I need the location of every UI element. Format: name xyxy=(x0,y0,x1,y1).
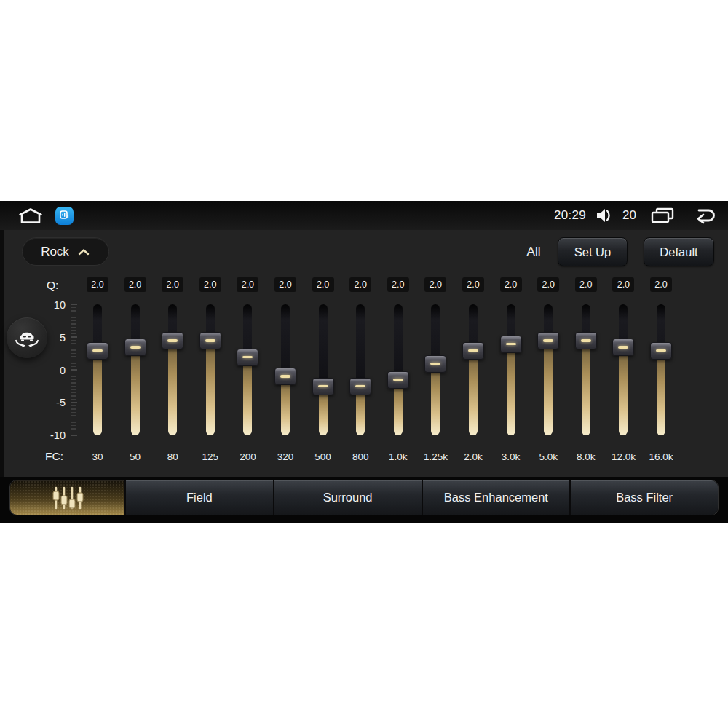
handle-dash xyxy=(318,385,328,388)
q-value-badge-320[interactable]: 2.0 xyxy=(274,277,296,292)
q-value-badge-125[interactable]: 2.0 xyxy=(199,277,221,292)
eq-band-1.25k: 2.01.25k xyxy=(416,277,454,468)
eq-slider-track-16.0k[interactable] xyxy=(642,304,680,435)
tab-bar: FieldSurroundBass EnhancementBass Filter xyxy=(9,480,719,515)
eq-slider-handle-500[interactable] xyxy=(312,378,334,395)
scale-tick xyxy=(71,360,76,361)
handle-dash xyxy=(581,339,591,342)
head-unit-screen: 20:29 20 xyxy=(0,201,728,523)
scale-tick xyxy=(71,435,77,436)
eq-slider-handle-125[interactable] xyxy=(199,332,221,349)
q-value-badge-16.0k[interactable]: 2.0 xyxy=(650,277,672,292)
eq-slider-handle-30[interactable] xyxy=(87,342,108,360)
eq-slider-track-3.0k[interactable] xyxy=(492,304,530,435)
ai-voice-app-icon[interactable] xyxy=(55,207,74,225)
eq-slider-track-50[interactable] xyxy=(116,304,154,435)
q-value-badge-2.0k[interactable]: 2.0 xyxy=(462,277,484,292)
chevron-up-icon xyxy=(77,248,90,256)
speaker-volume-icon[interactable] xyxy=(596,207,613,223)
eq-slider-handle-320[interactable] xyxy=(274,368,296,385)
tab-surround[interactable]: Surround xyxy=(273,480,422,515)
eq-slider-handle-80[interactable] xyxy=(162,332,183,349)
scale-tick xyxy=(71,419,76,420)
scale-tick xyxy=(71,327,76,328)
eq-slider-handle-8.0k[interactable] xyxy=(575,332,597,349)
home-icon[interactable] xyxy=(17,207,44,225)
eq-slider-track-12.0k[interactable] xyxy=(604,304,642,435)
eq-slider-handle-200[interactable] xyxy=(237,349,258,366)
tab-bass-enhancement[interactable]: Bass Enhancement xyxy=(422,480,570,515)
back-arrow-icon[interactable] xyxy=(690,206,716,225)
scale-tick xyxy=(71,323,76,325)
eq-slider-handle-50[interactable] xyxy=(124,339,146,356)
q-value-badge-30[interactable]: 2.0 xyxy=(87,277,108,292)
scale-tick xyxy=(71,333,76,335)
recent-apps-icon[interactable] xyxy=(650,207,675,224)
q-value-badge-50[interactable]: 2.0 xyxy=(124,277,146,292)
scale-tick xyxy=(71,320,76,322)
eq-slider-track-80[interactable] xyxy=(154,304,191,435)
q-value-badge-80[interactable]: 2.0 xyxy=(162,277,183,292)
q-value-badge-1.0k[interactable]: 2.0 xyxy=(387,277,409,292)
eq-band-80: 2.080 xyxy=(154,277,191,468)
eq-slider-handle-2.0k[interactable] xyxy=(462,342,484,360)
q-value-badge-3.0k[interactable]: 2.0 xyxy=(500,277,522,292)
scale-tick xyxy=(71,399,76,400)
eq-slider-handle-5.0k[interactable] xyxy=(537,332,559,349)
preset-selector[interactable]: Rock xyxy=(22,237,109,266)
all-label[interactable]: All xyxy=(518,237,550,266)
fc-row-label: FC: xyxy=(45,450,63,463)
preset-selector-label: Rock xyxy=(41,245,69,259)
eq-band-125: 2.0125 xyxy=(191,277,229,468)
q-value-badge-800[interactable]: 2.0 xyxy=(349,277,371,292)
default-button[interactable]: Default xyxy=(644,237,714,266)
q-value-badge-8.0k[interactable]: 2.0 xyxy=(575,277,597,292)
eq-slider-handle-3.0k[interactable] xyxy=(500,336,522,353)
eq-slider-track-1.0k[interactable] xyxy=(379,304,417,435)
eq-slider-handle-1.0k[interactable] xyxy=(387,371,409,389)
sound-position-button[interactable] xyxy=(7,317,47,358)
fc-frequency-label: 16.0k xyxy=(632,451,690,462)
eq-slider-track-30[interactable] xyxy=(79,304,116,435)
eq-band-2.0k: 2.02.0k xyxy=(454,277,492,468)
scale-tick xyxy=(71,366,76,368)
q-value-badge-12.0k[interactable]: 2.0 xyxy=(612,277,634,292)
scale-tick xyxy=(71,412,76,414)
status-bar-right: 20:29 20 xyxy=(554,206,716,225)
eq-slider-handle-16.0k[interactable] xyxy=(650,342,672,360)
q-value-badge-200[interactable]: 2.0 xyxy=(237,277,258,292)
scale-tick xyxy=(71,369,77,371)
q-value-badge-500[interactable]: 2.0 xyxy=(312,277,334,292)
eq-slider-track-125[interactable] xyxy=(191,304,229,435)
eq-slider-track-320[interactable] xyxy=(266,304,304,435)
eq-band-800: 2.0800 xyxy=(341,277,379,468)
eq-slider-handle-12.0k[interactable] xyxy=(612,339,634,356)
tab-equalizer[interactable] xyxy=(10,480,124,515)
handle-dash xyxy=(280,375,290,378)
eq-slider-track-8.0k[interactable] xyxy=(567,304,605,435)
tab-label: Bass Enhancement xyxy=(444,491,548,505)
volume-level-value: 20 xyxy=(622,208,636,223)
eq-slider-track-500[interactable] xyxy=(304,304,342,435)
slider-track-gold-fill xyxy=(168,341,177,435)
eq-slider-track-1.25k[interactable] xyxy=(416,304,454,435)
eq-slider-track-200[interactable] xyxy=(229,304,266,435)
eq-band-30: 2.030 xyxy=(79,277,116,468)
eq-band-16.0k: 2.016.0k xyxy=(642,277,680,468)
scale-tick xyxy=(71,330,76,331)
gain-scale-label: -10 xyxy=(29,430,66,441)
tab-field[interactable]: Field xyxy=(124,480,273,515)
eq-slider-handle-1.25k[interactable] xyxy=(424,355,446,373)
q-value-badge-5.0k[interactable]: 2.0 xyxy=(537,277,559,292)
eq-slider-track-800[interactable] xyxy=(341,304,379,435)
handle-dash xyxy=(92,349,103,352)
eq-slider-handle-800[interactable] xyxy=(349,378,371,395)
eq-band-200: 2.0200 xyxy=(229,277,266,468)
scale-tick xyxy=(71,415,76,416)
eq-slider-track-2.0k[interactable] xyxy=(454,304,492,435)
eq-slider-track-5.0k[interactable] xyxy=(529,304,567,435)
setup-button[interactable]: Set Up xyxy=(558,237,628,266)
eq-band-320: 2.0320 xyxy=(266,277,304,468)
tab-bass-filter[interactable]: Bass Filter xyxy=(569,480,718,515)
q-value-badge-1.25k[interactable]: 2.0 xyxy=(424,277,446,292)
